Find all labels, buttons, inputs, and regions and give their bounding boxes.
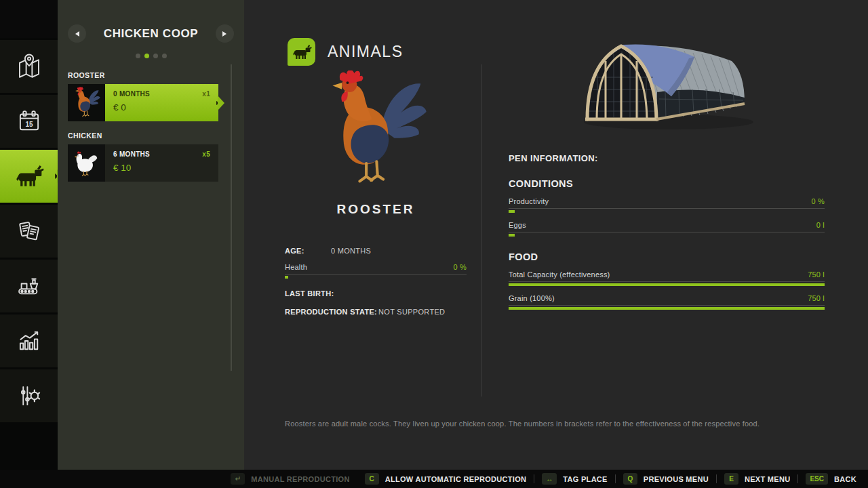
total-capacity-stat: Total Capacity (effectiveness) 750 l: [509, 270, 825, 286]
productivity-bar-fill: [509, 210, 515, 213]
enter-key-icon: ↵: [231, 473, 245, 485]
sidebar-item-settings[interactable]: [0, 369, 58, 422]
animal-list-panel: CHICKEN COOP ROOSTER 0 MONTHS x1 € 0 CHI…: [58, 0, 244, 470]
eggs-value: 0 l: [816, 221, 825, 229]
allow-automatic-reproduction-action[interactable]: C ALLOW AUTOMATIC REPRODUCTION: [357, 473, 534, 485]
health-label: Health: [285, 263, 307, 271]
documents-icon: [15, 217, 43, 245]
calendar-icon: 15: [15, 107, 43, 136]
sidebar: 15: [0, 0, 58, 470]
total-capacity-bar-fill: [509, 283, 825, 286]
chicken-thumbnail: [68, 144, 105, 182]
age-value: 0 MONTHS: [331, 247, 371, 255]
total-capacity-value: 750 l: [808, 270, 825, 279]
last-birth-row: LAST BIRTH:: [285, 289, 467, 298]
esc-key: ESC: [806, 473, 828, 485]
last-birth-label: LAST BIRTH:: [285, 289, 334, 298]
animals-header: ANIMALS: [288, 38, 403, 66]
panel-title: CHICKEN COOP: [104, 27, 198, 41]
grain-value: 750 l: [808, 294, 825, 302]
q-key: Q: [623, 473, 637, 485]
sidebar-item-statistics[interactable]: [0, 314, 58, 367]
map-icon: [15, 52, 43, 81]
animal-details: ROOSTER AGE: 0 MONTHS Health 0 % LAST BI…: [285, 70, 467, 316]
grain-bar: [509, 305, 825, 310]
age-row: AGE: 0 MONTHS: [285, 247, 467, 255]
pen-info-title: PEN INFORMATION:: [509, 153, 825, 163]
sidebar-item-map[interactable]: [0, 40, 58, 93]
animal-description: Roosters are adult male cocks. They live…: [285, 420, 854, 428]
productivity-label: Productivity: [509, 197, 549, 205]
animals-cow-icon: [14, 161, 44, 191]
main-content: ANIMALS ROOSTER AGE: 0 MONTHS Health 0 %: [244, 0, 868, 470]
eggs-bar-fill: [509, 234, 515, 237]
health-bar: [285, 274, 467, 279]
e-key: E: [724, 473, 738, 485]
animal-item-chicken[interactable]: 6 MONTHS x5 € 10: [68, 144, 218, 182]
item-count: x1: [202, 90, 210, 98]
chicken-coop-screen: 15: [0, 0, 868, 488]
health-bar-fill: [285, 276, 288, 279]
grain-stat: Grain (100%) 750 l: [509, 294, 825, 310]
bottom-key-bar: ↵ MANUAL REPRODUCTION C ALLOW AUTOMATIC …: [0, 470, 868, 488]
productivity-value: 0 %: [811, 197, 825, 205]
tag-place-action[interactable]: ↔ TAG PLACE: [534, 473, 614, 485]
animal-name: ROOSTER: [285, 202, 467, 217]
item-price: € 10: [113, 163, 210, 173]
sidebar-top-spacer: [0, 0, 58, 38]
group-label-chicken: CHICKEN: [68, 131, 244, 140]
sidebar-item-animals[interactable]: [0, 150, 58, 203]
total-capacity-label: Total Capacity (effectiveness): [509, 270, 610, 279]
health-stat: Health 0 %: [285, 263, 467, 279]
column-divider: [481, 64, 482, 396]
item-age: 0 MONTHS: [113, 90, 150, 98]
animal-item-rooster[interactable]: 0 MONTHS x1 € 0: [68, 84, 218, 121]
page-dot: [153, 54, 158, 58]
food-title: FOOD: [509, 251, 825, 262]
eggs-stat: Eggs 0 l: [509, 221, 825, 237]
reproduction-label: REPRODUCTION STATE:: [285, 308, 377, 316]
scrollbar[interactable]: [231, 64, 232, 371]
conditions-title: CONDITIONS: [509, 178, 825, 189]
next-page-button[interactable]: [216, 24, 234, 43]
previous-menu-action[interactable]: Q PREVIOUS MENU: [616, 473, 716, 485]
next-menu-action[interactable]: E NEXT MENU: [717, 473, 797, 485]
rooster-thumbnail: [68, 84, 105, 121]
reproduction-row: REPRODUCTION STATE: NOT SUPPORTED: [285, 308, 467, 316]
item-price: € 0: [113, 102, 210, 113]
eggs-label: Eggs: [509, 221, 526, 229]
selected-item-arrow: [216, 101, 220, 105]
calendar-day: 15: [25, 121, 33, 128]
arrow-right-icon: [222, 31, 229, 37]
item-age: 6 MONTHS: [113, 150, 150, 158]
productivity-bar: [509, 208, 825, 213]
sidebar-item-calendar[interactable]: 15: [0, 95, 58, 148]
production-icon: [15, 272, 43, 300]
item-count: x5: [202, 150, 210, 158]
rooster-image: [285, 70, 467, 192]
pen-information-panel: PEN INFORMATION: CONDITIONS Productivity…: [509, 0, 825, 310]
section-title: ANIMALS: [328, 43, 403, 61]
sidebar-item-production[interactable]: [0, 260, 58, 312]
productivity-stat: Productivity 0 %: [509, 197, 825, 213]
group-label-rooster: ROOSTER: [68, 71, 244, 79]
back-action[interactable]: ESC BACK: [798, 473, 864, 485]
manual-reproduction-action[interactable]: ↵ MANUAL REPRODUCTION: [223, 473, 357, 485]
statistics-icon: [15, 327, 43, 355]
grain-bar-fill: [509, 307, 825, 310]
grain-label: Grain (100%): [509, 294, 555, 302]
page-dot: [162, 54, 167, 58]
prev-page-button[interactable]: [68, 24, 86, 43]
c-key: C: [365, 473, 379, 485]
sidebar-item-finances[interactable]: [0, 205, 58, 258]
total-capacity-bar: [509, 281, 825, 286]
settings-icon: [15, 382, 43, 410]
page-dots: [58, 49, 244, 61]
arrow-left-icon: [73, 31, 79, 37]
page-dot: [144, 54, 149, 58]
eggs-bar: [509, 232, 825, 237]
health-value: 0 %: [453, 263, 467, 271]
coop-image: [567, 34, 770, 142]
tab-key-icon: ↔: [542, 473, 557, 485]
list-header: CHICKEN COOP: [58, 0, 244, 43]
